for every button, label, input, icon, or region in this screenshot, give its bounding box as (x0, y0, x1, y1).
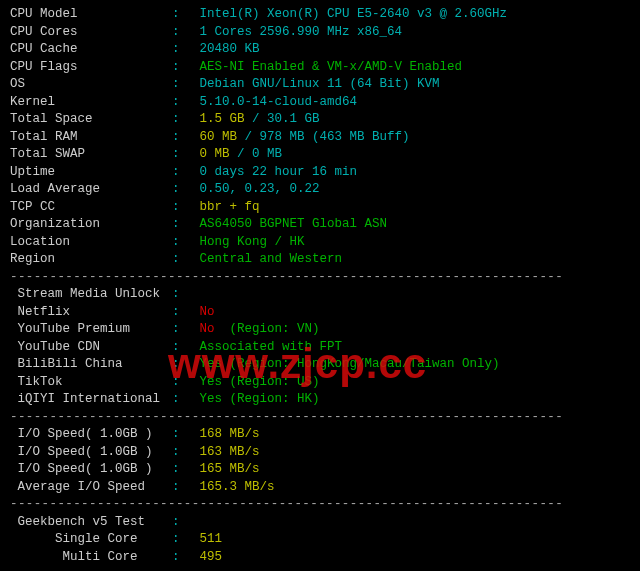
label: YouTube CDN (10, 339, 172, 357)
label: Total SWAP (10, 146, 172, 164)
label: BiliBili China (10, 356, 172, 374)
value: 0 days 22 hour 16 min (200, 165, 358, 179)
label: Location (10, 234, 172, 252)
value: Hong Kong / HK (200, 235, 305, 249)
label: Kernel (10, 94, 172, 112)
row-io-avg: Average I/O Speed: 165.3 MB/s (10, 479, 630, 497)
label: Multi Core (10, 549, 172, 567)
label: TikTok (10, 374, 172, 392)
row-ram: Total RAM: 60 MB / 978 MB (463 MB Buff) (10, 129, 630, 147)
slash: / (245, 112, 268, 126)
row-iqiyi: iQIYI International: Yes (Region: HK) (10, 391, 630, 409)
row-gb-multi: Multi Core: 495 (10, 549, 630, 567)
value: 5.10.0-14-cloud-amd64 (200, 95, 358, 109)
row-cpu-cores: CPU Cores: 1 Cores 2596.990 MHz x86_64 (10, 24, 630, 42)
value: No (200, 305, 215, 319)
slash: / (230, 147, 253, 161)
row-region: Region: Central and Western (10, 251, 630, 269)
label: CPU Cores (10, 24, 172, 42)
value: 165 MB/s (200, 462, 260, 476)
label: CPU Flags (10, 59, 172, 77)
used: 0 MB (200, 147, 230, 161)
label: OS (10, 76, 172, 94)
label: Single Core (10, 531, 172, 549)
divider: ----------------------------------------… (10, 496, 630, 514)
label: Geekbench v5 Test (10, 514, 172, 532)
value: 163 MB/s (200, 445, 260, 459)
value: Yes (Region: HongKong/Macau/Taiwan Only) (200, 357, 500, 371)
row-kernel: Kernel: 5.10.0-14-cloud-amd64 (10, 94, 630, 112)
value: Debian GNU/Linux 11 (64 Bit) KVM (200, 77, 440, 91)
divider: ----------------------------------------… (10, 566, 630, 571)
label: Average I/O Speed (10, 479, 172, 497)
value: AES-NI Enabled & VM-x/AMD-V Enabled (200, 60, 463, 74)
total: 30.1 GB (267, 112, 320, 126)
label: Total RAM (10, 129, 172, 147)
label: I/O Speed( 1.0GB ) (10, 444, 172, 462)
row-io-3: I/O Speed( 1.0GB ): 165 MB/s (10, 461, 630, 479)
value: No (200, 322, 215, 336)
label: Total Space (10, 111, 172, 129)
row-space: Total Space: 1.5 GB / 30.1 GB (10, 111, 630, 129)
total: 0 MB (252, 147, 282, 161)
total: 978 MB (260, 130, 305, 144)
value: AS64050 BGPNET Global ASN (200, 217, 388, 231)
label: Organization (10, 216, 172, 234)
geekbench-header: Geekbench v5 Test: (10, 514, 630, 532)
row-gb-single: Single Core: 511 (10, 531, 630, 549)
row-youtube-premium: YouTube Premium: No (Region: VN) (10, 321, 630, 339)
row-tcp: TCP CC: bbr + fq (10, 199, 630, 217)
value: Associated with FPT (200, 340, 343, 354)
buff: (463 MB Buff) (305, 130, 410, 144)
value: 495 (200, 550, 223, 564)
used: 1.5 GB (200, 112, 245, 126)
row-youtube-cdn: YouTube CDN: Associated with FPT (10, 339, 630, 357)
extra: (Region: VN) (215, 322, 320, 336)
row-org: Organization: AS64050 BGPNET Global ASN (10, 216, 630, 234)
label: Load Average (10, 181, 172, 199)
row-swap: Total SWAP: 0 MB / 0 MB (10, 146, 630, 164)
label: iQIYI International (10, 391, 172, 409)
value: Yes (Region: HK) (200, 392, 320, 406)
divider: ----------------------------------------… (10, 409, 630, 427)
value: 20480 KB (200, 42, 260, 56)
divider: ----------------------------------------… (10, 269, 630, 287)
row-netflix: Netflix: No (10, 304, 630, 322)
label: TCP CC (10, 199, 172, 217)
row-load: Load Average: 0.50, 0.23, 0.22 (10, 181, 630, 199)
value: Intel(R) Xeon(R) CPU E5-2640 v3 @ 2.60GH… (200, 7, 508, 21)
row-location: Location: Hong Kong / HK (10, 234, 630, 252)
row-tiktok: TikTok: Yes (Region: US) (10, 374, 630, 392)
value: 165.3 MB/s (200, 480, 275, 494)
label: Uptime (10, 164, 172, 182)
row-cpu-flags: CPU Flags: AES-NI Enabled & VM-x/AMD-V E… (10, 59, 630, 77)
row-cpu-model: CPU Model: Intel(R) Xeon(R) CPU E5-2640 … (10, 6, 630, 24)
value: 511 (200, 532, 223, 546)
value: 0.50, 0.23, 0.22 (200, 182, 320, 196)
label: YouTube Premium (10, 321, 172, 339)
value: Yes (Region: US) (200, 375, 320, 389)
row-io-1: I/O Speed( 1.0GB ): 168 MB/s (10, 426, 630, 444)
label: I/O Speed( 1.0GB ) (10, 461, 172, 479)
label: I/O Speed( 1.0GB ) (10, 426, 172, 444)
used: 60 MB (200, 130, 238, 144)
label: Stream Media Unlock (10, 286, 172, 304)
row-bilibili: BiliBili China: Yes (Region: HongKong/Ma… (10, 356, 630, 374)
row-os: OS: Debian GNU/Linux 11 (64 Bit) KVM (10, 76, 630, 94)
row-io-2: I/O Speed( 1.0GB ): 163 MB/s (10, 444, 630, 462)
label: CPU Cache (10, 41, 172, 59)
label: Region (10, 251, 172, 269)
media-header: Stream Media Unlock: (10, 286, 630, 304)
value: bbr + fq (200, 200, 260, 214)
label: CPU Model (10, 6, 172, 24)
value: 1 Cores 2596.990 MHz x86_64 (200, 25, 403, 39)
row-uptime: Uptime: 0 days 22 hour 16 min (10, 164, 630, 182)
row-cpu-cache: CPU Cache: 20480 KB (10, 41, 630, 59)
value: 168 MB/s (200, 427, 260, 441)
label: Netflix (10, 304, 172, 322)
slash: / (237, 130, 260, 144)
value: Central and Western (200, 252, 343, 266)
